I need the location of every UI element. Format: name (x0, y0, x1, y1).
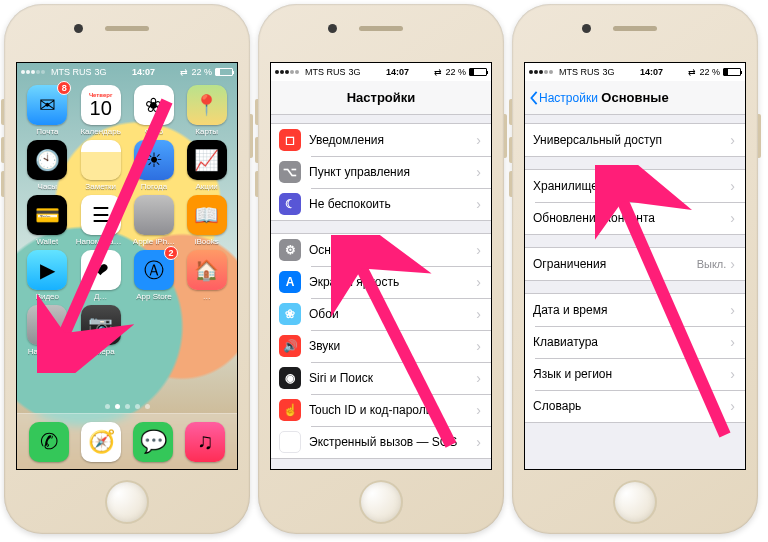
settings-row[interactable]: ◻Уведомления› (271, 124, 491, 156)
nav-bar: Настройки (271, 81, 491, 115)
chevron-right-icon: › (476, 370, 481, 386)
app-label: iBooks (195, 237, 219, 246)
app-label: Заметки (85, 182, 116, 191)
chevron-right-icon: › (476, 402, 481, 418)
settings-row[interactable]: ☾Не беспокоить› (271, 188, 491, 220)
app-label: Настройки (28, 347, 67, 356)
dock-app-Телефон[interactable]: ✆ (29, 422, 69, 462)
app-Видео[interactable]: ▶Видео (23, 250, 72, 301)
app-label: Часы (38, 182, 58, 191)
phone-general: MTS RUS3G 14:07 ⇄22 % Настройки Основные… (512, 4, 758, 534)
page-indicator[interactable] (17, 404, 237, 409)
row-label: Универсальный доступ (533, 133, 730, 147)
row-label: Язык и регион (533, 367, 730, 381)
app-Настройки[interactable]: ⚙Настройки (23, 305, 72, 356)
row-icon: ⚙ (279, 239, 301, 261)
app-…[interactable]: 🏠… (182, 250, 231, 301)
back-button[interactable]: Настройки (529, 91, 598, 105)
settings-row[interactable]: ⚙Основные› (271, 234, 491, 266)
app-label: Фото (145, 127, 163, 136)
row-icon: ❀ (279, 303, 301, 325)
settings-row[interactable]: AЭкран и яркость› (271, 266, 491, 298)
row-icon: SOS (279, 431, 301, 453)
signal-icon (275, 70, 299, 74)
dock-app-Сообщения[interactable]: 💬 (133, 422, 173, 462)
app-Часы[interactable]: 🕙Часы (23, 140, 72, 191)
app-Д…[interactable]: ❤Д… (76, 250, 126, 301)
chevron-right-icon: › (730, 178, 735, 194)
settings-row[interactable]: Обновление контента› (525, 202, 745, 234)
row-label: Обновление контента (533, 211, 730, 225)
row-icon: 🔊 (279, 335, 301, 357)
app-Фото[interactable]: ❀Фото (130, 85, 179, 136)
row-label: Клавиатура (533, 335, 730, 349)
app-Календарь[interactable]: Четверг10Календарь (76, 85, 126, 136)
settings-row[interactable]: 🔊Звуки› (271, 330, 491, 362)
chevron-right-icon: › (730, 398, 735, 414)
row-label: Словарь (533, 399, 730, 413)
settings-row[interactable]: Дата и время› (525, 294, 745, 326)
settings-row[interactable]: Клавиатура› (525, 326, 745, 358)
app-label: Погода (141, 182, 167, 191)
app-label: … (203, 292, 211, 301)
app-label: Wallet (36, 237, 58, 246)
home-button[interactable] (613, 480, 657, 524)
app-Погода[interactable]: ☀Погода (130, 140, 179, 191)
carrier-label: MTS RUS (51, 67, 92, 77)
chevron-right-icon: › (476, 274, 481, 290)
home-button[interactable] (359, 480, 403, 524)
row-icon: ☾ (279, 193, 301, 215)
dock-app-Safari[interactable]: 🧭 (81, 422, 121, 462)
app-Почта[interactable]: ✉8Почта (23, 85, 72, 136)
app-Акции[interactable]: 📈Акции (182, 140, 231, 191)
battery-icon (215, 68, 233, 76)
nav-title: Основные (601, 90, 668, 105)
nav-title: Настройки (347, 90, 416, 105)
app-Напоминания[interactable]: ☰Напоминания (76, 195, 126, 246)
row-label: Не беспокоить (309, 197, 476, 211)
app-iBooks[interactable]: 📖iBooks (182, 195, 231, 246)
settings-row[interactable]: ⌥Пункт управления› (271, 156, 491, 188)
app-Камера[interactable]: 📷Камера (76, 305, 126, 356)
app-App Store[interactable]: Ⓐ2App Store (130, 250, 179, 301)
row-label: Touch ID и код-пароль (309, 403, 476, 417)
row-icon: ◻ (279, 129, 301, 151)
chevron-right-icon: › (476, 434, 481, 450)
settings-row[interactable]: SOSЭкстренный вызов — SOS› (271, 426, 491, 458)
chevron-right-icon: › (476, 338, 481, 354)
app-Apple iPh…[interactable]: Apple iPh… (130, 195, 179, 246)
status-bar: MTS RUS3G 14:07 ⇄22 % (525, 63, 745, 81)
row-icon: A (279, 271, 301, 293)
chevron-right-icon: › (730, 302, 735, 318)
settings-row[interactable]: Словарь› (525, 390, 745, 422)
status-bar: MTS RUS 3G 14:07 ⇄22 % (271, 63, 491, 81)
chevron-right-icon: › (730, 210, 735, 226)
signal-icon (21, 70, 45, 74)
chevron-right-icon: › (476, 164, 481, 180)
app-label: Apple iPh… (133, 237, 175, 246)
app-Карты[interactable]: 📍Карты (182, 85, 231, 136)
app-Заметки[interactable]: Заметки (76, 140, 126, 191)
phone-home: MTS RUS 3G 14:07 ⇄ 22 % ✉8ПочтаЧетверг10… (4, 4, 250, 534)
row-label: Уведомления (309, 133, 476, 147)
home-button[interactable] (105, 480, 149, 524)
app-label: Напоминания (76, 237, 126, 246)
chevron-right-icon: › (476, 196, 481, 212)
settings-row[interactable]: Язык и регион› (525, 358, 745, 390)
settings-row[interactable]: ☝Touch ID и код-пароль› (271, 394, 491, 426)
settings-row[interactable]: Хранилище iPhone› (525, 170, 745, 202)
dock-app-Музыка[interactable]: ♫ (185, 422, 225, 462)
settings-row[interactable]: ОграниченияВыкл.› (525, 248, 745, 280)
app-Wallet[interactable]: 💳Wallet (23, 195, 72, 246)
row-icon: ◉ (279, 367, 301, 389)
settings-row[interactable]: ❀Обои› (271, 298, 491, 330)
app-label: App Store (136, 292, 172, 301)
app-label: Карты (195, 127, 218, 136)
app-label: Камера (87, 347, 115, 356)
row-label: Дата и время (533, 303, 730, 317)
settings-row[interactable]: ◉Siri и Поиск› (271, 362, 491, 394)
network-label: 3G (95, 67, 107, 77)
settings-row[interactable]: Универсальный доступ› (525, 124, 745, 156)
row-label: Экстренный вызов — SOS (309, 435, 476, 449)
app-label: Календарь (80, 127, 120, 136)
